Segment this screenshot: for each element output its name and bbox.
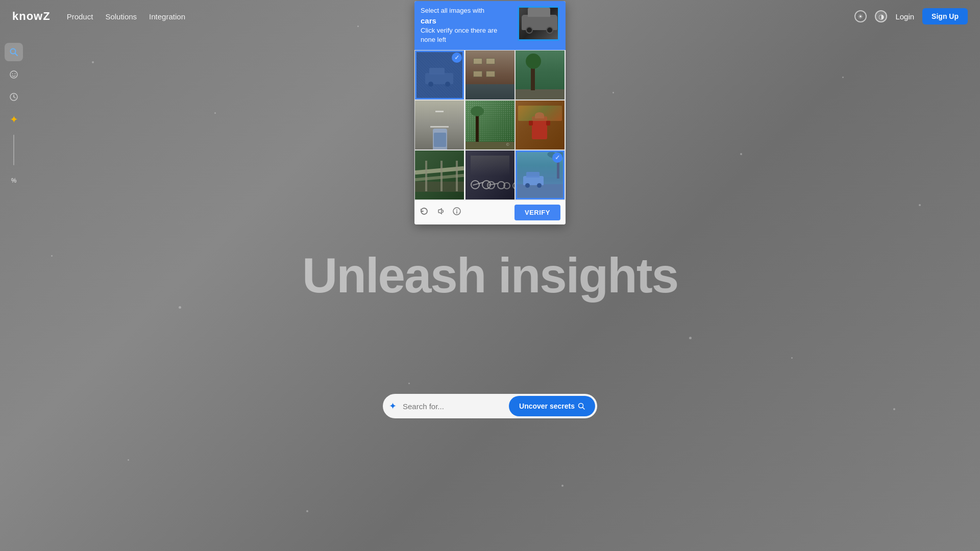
captcha-cell-3[interactable] <box>515 50 565 100</box>
captcha-cell-5[interactable]: © <box>465 100 515 150</box>
captcha-cell-2[interactable] <box>465 50 515 100</box>
captcha-footer: VERIFY <box>414 200 566 224</box>
captcha-modal: Select all images with cars Click verify… <box>414 1 566 224</box>
captcha-cell-9[interactable]: ✓ <box>515 150 565 200</box>
car-wheel-front-preview <box>526 27 533 34</box>
cell4-car <box>433 129 447 150</box>
captcha-cell-4[interactable] <box>414 100 464 150</box>
captcha-grid: ✓ <box>414 50 566 200</box>
captcha-header-text: Select all images with <box>421 7 484 14</box>
audio-icon[interactable] <box>436 207 445 218</box>
car-roof-preview <box>528 8 550 17</box>
captcha-sub-instruction: Click verify once there are none left <box>421 27 497 43</box>
car-body-preview <box>522 15 557 30</box>
captcha-cell-7[interactable] <box>414 150 464 200</box>
refresh-icon[interactable] <box>420 207 429 218</box>
captcha-footer-icons <box>420 207 461 218</box>
cell1-car <box>425 73 453 84</box>
car-wheel-rear-preview <box>546 27 553 34</box>
captcha-preview-bg <box>519 8 558 39</box>
captcha-overlay: Select all images with cars Click verify… <box>0 0 980 551</box>
captcha-cell-1[interactable]: ✓ <box>414 50 464 100</box>
captcha-subject: cars <box>421 15 511 26</box>
verify-button[interactable]: VERIFY <box>514 205 560 220</box>
captcha-instruction: Select all images with cars Click verify… <box>421 6 511 45</box>
captcha-preview-image <box>518 6 559 41</box>
captcha-cell-6[interactable] <box>515 100 565 150</box>
cell9-car <box>523 176 544 185</box>
info-icon[interactable] <box>452 207 461 218</box>
svg-point-11 <box>456 210 457 211</box>
captcha-cell-8[interactable] <box>465 150 515 200</box>
captcha-header: Select all images with cars Click verify… <box>414 1 566 50</box>
